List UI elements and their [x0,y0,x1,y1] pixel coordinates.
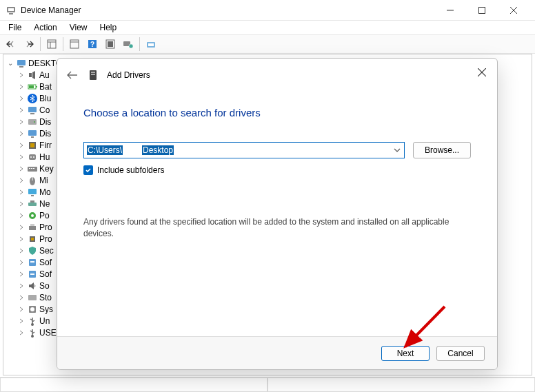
dialog-footer: Next Cancel [57,336,497,369]
tree-item-label: Hu [39,152,50,162]
show-hide-tree-icon[interactable] [43,36,60,52]
properties-icon[interactable] [66,36,83,52]
svg-point-49 [31,214,34,217]
tree-item-label: So [39,281,50,291]
tree-item-label: Sec [39,246,54,256]
expand-icon[interactable] [17,282,26,290]
chevron-down-icon[interactable] [390,143,404,158]
cancel-button[interactable]: Cancel [436,346,485,361]
svg-rect-34 [30,143,34,147]
svg-rect-47 [30,200,34,203]
svg-rect-32 [31,136,34,138]
expand-icon[interactable] [17,153,26,161]
svg-rect-25 [29,85,34,88]
audio-icon [27,70,38,81]
svg-rect-59 [30,274,34,275]
menu-help[interactable]: Help [94,21,123,34]
expand-icon[interactable] [17,305,26,313]
expand-icon[interactable] [17,94,26,103]
computer-icon [16,58,27,69]
svg-rect-50 [29,226,36,230]
help-icon[interactable]: ? [84,36,101,52]
path-combobox[interactable]: C:\Users\Desktop [83,142,405,158]
svg-rect-35 [29,154,36,160]
port-icon [27,210,38,221]
expand-icon[interactable] [17,141,26,149]
expand-icon[interactable] [17,71,26,79]
expand-icon[interactable] [17,200,26,208]
svg-rect-28 [30,113,34,114]
add-driver-icon[interactable] [143,36,159,52]
next-button[interactable]: Next [381,346,430,361]
include-subfolders-checkbox[interactable] [83,165,93,175]
include-subfolders-label: Include subfolders [97,165,164,175]
svg-rect-1 [8,8,14,11]
menu-action[interactable]: Action [28,21,62,34]
tree-item-label: Sys [39,305,53,314]
expand-icon[interactable] [17,188,26,196]
tree-item-label: Dis [39,117,51,127]
expand-icon[interactable] [17,212,26,220]
svg-rect-58 [30,273,34,274]
menu-file[interactable]: File [3,21,27,34]
dialog-back-button[interactable] [65,68,79,82]
dialog-heading: Choose a location to search for drivers [83,107,471,118]
maximize-button[interactable] [466,0,498,21]
expand-icon[interactable] [17,118,26,126]
svg-rect-22 [29,73,32,77]
svg-point-62 [30,307,34,311]
action-icon[interactable] [102,36,119,52]
back-icon[interactable] [3,36,19,52]
minimize-button[interactable] [434,0,466,21]
expand-icon[interactable] [17,235,26,243]
display-icon [27,128,38,139]
svg-rect-19 [148,43,154,46]
expand-icon[interactable] [17,176,26,185]
tree-item-label: Blu [39,94,51,103]
svg-rect-20 [17,60,26,65]
window-title: Device Manager [21,6,434,15]
expand-icon[interactable] [17,329,26,337]
tree-item-label: Au [39,70,50,80]
firmware-icon [27,140,38,151]
expand-icon[interactable] [17,130,26,138]
tree-item-label: Bat [39,82,52,92]
browse-button[interactable]: Browse... [413,142,471,158]
expand-icon[interactable] [17,293,26,302]
scan-hardware-icon[interactable] [120,36,137,52]
expand-icon[interactable] [17,83,26,91]
software-icon [27,257,38,268]
svg-rect-56 [30,262,34,263]
sound-icon [27,280,38,291]
expand-icon[interactable] [17,165,26,173]
expand-icon[interactable] [17,106,26,114]
tree-item-label: Sof [39,269,52,279]
svg-rect-4 [479,7,485,13]
tree-item-label: USE [39,328,57,338]
expand-icon[interactable] [17,258,26,267]
tree-item-label: Firr [39,141,52,150]
dialog-close-button[interactable] [475,65,489,79]
tree-item-label: Pro [39,223,52,232]
svg-rect-29 [28,119,37,125]
close-button[interactable] [498,0,529,21]
expand-icon[interactable] [17,317,26,325]
svg-rect-10 [70,40,79,48]
menu-view[interactable]: View [64,21,93,34]
battery-icon [27,81,38,92]
system-icon [27,304,38,315]
svg-rect-60 [28,295,37,300]
software-icon [27,269,38,280]
path-input[interactable]: C:\Users\Desktop [84,143,390,158]
forward-icon[interactable] [21,36,37,52]
expand-icon[interactable] [17,247,26,255]
security-icon [27,245,38,256]
app-icon [6,5,17,16]
expand-icon[interactable] [17,270,26,278]
expand-icon[interactable] [17,223,26,231]
collapse-icon[interactable]: ⌄ [6,59,14,68]
hid-icon [27,152,38,163]
disk-icon [27,116,38,127]
svg-point-30 [34,121,35,123]
svg-point-37 [33,156,34,158]
